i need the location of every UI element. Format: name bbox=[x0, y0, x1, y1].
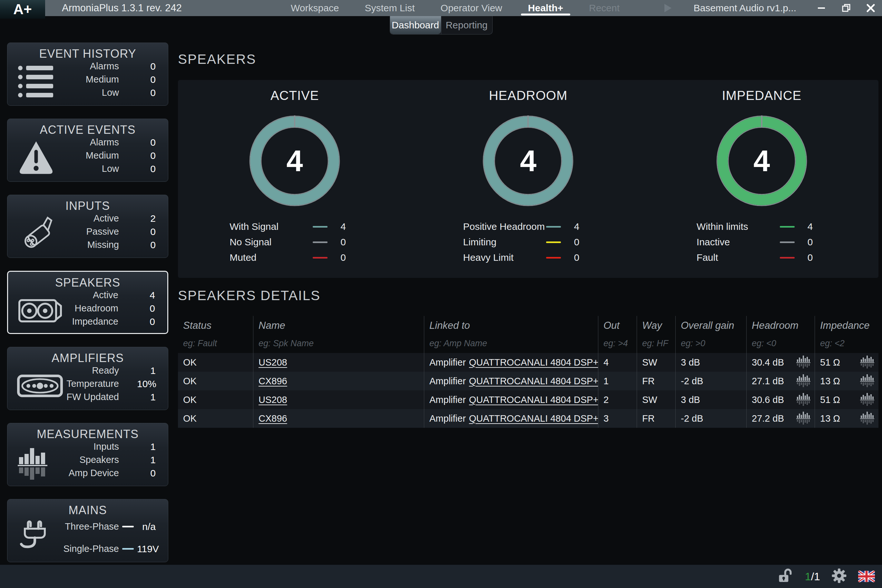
cell-out: 4 bbox=[598, 353, 637, 372]
card-row-value: 0 bbox=[136, 303, 164, 314]
cell-out: 3 bbox=[598, 409, 637, 428]
card-speakers[interactable]: SPEAKERS Active4Headroom0Impedance0 bbox=[7, 271, 168, 334]
gauge-active: ACTIVE 4With Signal4No Signal0Muted0 bbox=[178, 80, 411, 278]
headroom-value: 27.1 dB bbox=[752, 376, 784, 387]
column-label: Status bbox=[183, 320, 253, 332]
cell-way: FR bbox=[637, 409, 675, 428]
play-icon[interactable] bbox=[664, 3, 672, 13]
card-rows: Active2Passive0Missing0 bbox=[53, 212, 164, 252]
cell-linked-to: AmplifierQUATTROCANALI 4804 DSP+D bbox=[424, 372, 598, 390]
cell-overall-gain: 3 dB bbox=[675, 390, 746, 409]
amplifier-link[interactable]: QUATTROCANALI 4804 DSP+D bbox=[469, 376, 598, 387]
gauge-legend: Positive Headroom4Limiting0Heavy Limit0 bbox=[463, 220, 593, 264]
impedance-value: 51 Ω bbox=[820, 394, 840, 405]
card-row-value: 2 bbox=[137, 213, 164, 224]
menu-item-system-list[interactable]: System List bbox=[352, 0, 428, 16]
card-row-label: Three-Phase bbox=[53, 521, 119, 532]
impedance-meter-icon[interactable] bbox=[860, 410, 874, 427]
impedance-meter-icon[interactable] bbox=[860, 354, 874, 371]
minimize-icon[interactable] bbox=[816, 0, 827, 16]
legend-dash bbox=[313, 242, 327, 243]
document-name: Basement Audio rv1.p... bbox=[693, 3, 796, 14]
speaker-name-link[interactable]: US208 bbox=[258, 357, 287, 368]
card-row: Inputs1 bbox=[53, 440, 164, 453]
menu-item-operator-view[interactable]: Operator View bbox=[428, 0, 515, 16]
legend-label: Heavy Limit bbox=[463, 252, 546, 263]
legend-value: 0 bbox=[574, 252, 593, 263]
card-row-value: 1 bbox=[137, 392, 164, 403]
gear-icon[interactable] bbox=[832, 568, 846, 585]
restore-icon[interactable] bbox=[841, 0, 852, 16]
card-active-events[interactable]: ACTIVE EVENTS Alarms0Medium0Low0 bbox=[7, 118, 168, 182]
amplifier-link[interactable]: QUATTROCANALI 4804 DSP+D bbox=[469, 413, 598, 424]
card-row: Amp Device0 bbox=[53, 466, 164, 480]
card-rows: Alarms0Medium0Low0 bbox=[53, 60, 164, 99]
column-header-way: Wayeg: HF bbox=[637, 316, 675, 353]
card-row: Low0 bbox=[53, 162, 164, 176]
unlock-icon[interactable] bbox=[778, 568, 794, 585]
card-inputs[interactable]: INPUTS Active2Passive0Missing0 bbox=[7, 195, 168, 258]
gauge-title: ACTIVE bbox=[270, 88, 319, 103]
card-title: MAINS bbox=[8, 504, 168, 517]
table-row[interactable]: OKUS208AmplifierQUATTROCANALI 4804 DSP+D… bbox=[178, 390, 879, 409]
title-bar-right: Basement Audio rv1.p... bbox=[664, 0, 876, 16]
cell-headroom: 27.2 dB bbox=[746, 409, 814, 428]
amplifier-link[interactable]: QUATTROCANALI 4804 DSP+D bbox=[469, 394, 598, 405]
column-header-impedance: Impedanceeg: <2 bbox=[814, 316, 879, 353]
impedance-meter-icon[interactable] bbox=[860, 392, 874, 408]
headroom-value: 30.6 dB bbox=[752, 394, 784, 405]
speaker-name-link[interactable]: US208 bbox=[258, 394, 287, 405]
speaker-name-link[interactable]: CX896 bbox=[258, 413, 287, 424]
legend-value: 4 bbox=[574, 221, 593, 232]
card-row-value: 1 bbox=[137, 441, 164, 452]
column-hint: eg: Amp Name bbox=[429, 339, 598, 348]
table-row[interactable]: OKCX896AmplifierQUATTROCANALI 4804 DSP+D… bbox=[178, 372, 879, 390]
impedance-meter-icon[interactable] bbox=[860, 373, 874, 389]
card-amplifiers[interactable]: AMPLIFIERS Ready1Temperature10%FW Update… bbox=[7, 347, 168, 410]
card-row: Medium0 bbox=[53, 149, 164, 162]
tab-reporting[interactable]: Reporting bbox=[441, 16, 492, 34]
menu-item-health[interactable]: Health+ bbox=[515, 0, 576, 16]
sidebar: EVENT HISTORY Alarms0Medium0Low0ACTIVE E… bbox=[7, 42, 168, 562]
headroom-meter-icon[interactable] bbox=[796, 410, 811, 427]
cell-overall-gain: 3 dB bbox=[675, 353, 746, 372]
card-mains[interactable]: MAINS Three-Phasen/aSingle-Phase119V bbox=[7, 499, 168, 562]
tab-dashboard[interactable]: Dashboard bbox=[390, 16, 441, 34]
amplifier-link[interactable]: QUATTROCANALI 4804 DSP+D bbox=[469, 357, 598, 368]
uk-flag-icon[interactable] bbox=[858, 571, 875, 582]
cell-impedance: 51 Ω bbox=[814, 353, 879, 372]
column-label: Overall gain bbox=[681, 320, 746, 332]
status-bar: 1/1 bbox=[0, 565, 882, 588]
card-row: Medium0 bbox=[53, 73, 164, 86]
column-hint: eg: HF bbox=[642, 339, 675, 348]
speaker-name-link[interactable]: CX896 bbox=[258, 376, 287, 387]
card-rows: Ready1Temperature10%FW Updated1 bbox=[53, 364, 164, 404]
card-row-value: 1 bbox=[137, 365, 164, 376]
card-measurements[interactable]: MEASUREMENTS Inputs1Speakers1Amp Device0 bbox=[7, 423, 168, 486]
card-event-history[interactable]: EVENT HISTORY Alarms0Medium0Low0 bbox=[7, 42, 168, 106]
legend-row-positive-headroom: Positive Headroom4 bbox=[463, 220, 593, 233]
table-row[interactable]: OKCX896AmplifierQUATTROCANALI 4804 DSP+D… bbox=[178, 409, 879, 428]
menu-item-recent[interactable]: Recent bbox=[576, 0, 633, 16]
headroom-meter-icon[interactable] bbox=[796, 392, 811, 408]
legend-value: 0 bbox=[807, 237, 827, 248]
column-header-linked-to: Linked toeg: Amp Name bbox=[424, 316, 598, 353]
gauge-title: IMPEDANCE bbox=[722, 88, 801, 103]
cell-linked-to: AmplifierQUATTROCANALI 4804 DSP+D bbox=[424, 353, 598, 372]
close-icon[interactable] bbox=[865, 0, 876, 16]
card-row: Alarms0 bbox=[53, 136, 164, 149]
card-row: Temperature10% bbox=[53, 377, 164, 390]
tab-group: DashboardReporting bbox=[390, 16, 493, 34]
card-row-value: 1 bbox=[137, 454, 164, 465]
headroom-meter-icon[interactable] bbox=[796, 354, 811, 371]
cell-name: CX896 bbox=[253, 372, 424, 390]
card-row-label: Amp Device bbox=[53, 468, 119, 478]
legend-label: Inactive bbox=[697, 237, 780, 248]
card-row-label: Alarms bbox=[53, 61, 119, 72]
menu-item-workspace[interactable]: Workspace bbox=[278, 0, 352, 16]
card-row-label: Single-Phase bbox=[53, 543, 119, 554]
card-row-value: 0 bbox=[137, 87, 164, 98]
table-row[interactable]: OKUS208AmplifierQUATTROCANALI 4804 DSP+D… bbox=[178, 353, 879, 372]
headroom-meter-icon[interactable] bbox=[796, 373, 811, 389]
cell-impedance: 13 Ω bbox=[814, 372, 879, 390]
